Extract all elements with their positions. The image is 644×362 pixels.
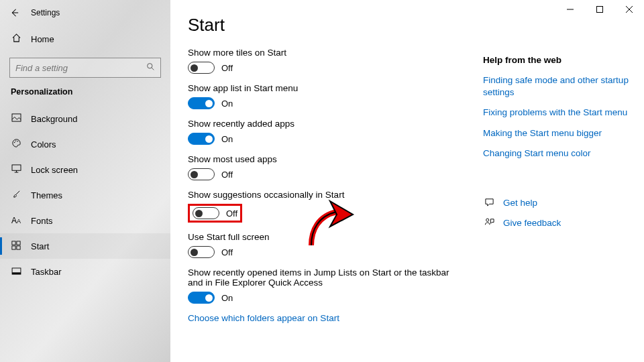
minimize-button[interactable] bbox=[555, 0, 585, 19]
get-help-action[interactable]: Get help bbox=[483, 197, 644, 209]
help-link[interactable]: Making the Start menu bigger bbox=[483, 127, 644, 139]
svg-rect-6 bbox=[12, 241, 15, 244]
help-heading: Help from the web bbox=[483, 55, 644, 65]
svg-rect-1 bbox=[12, 114, 21, 121]
svg-point-4 bbox=[17, 141, 18, 142]
sidebar-section: Personalization bbox=[0, 87, 170, 106]
svg-rect-8 bbox=[12, 245, 15, 249]
help-link[interactable]: Fixing problems with the Start menu bbox=[483, 107, 644, 119]
setting-app-list: Show app list in Start menu On bbox=[188, 83, 483, 109]
toggle-most-used[interactable] bbox=[188, 168, 215, 180]
sidebar-item-themes[interactable]: Themes bbox=[0, 182, 170, 208]
setting-most-used: Show most used apps Off bbox=[188, 154, 483, 180]
setting-more-tiles: Show more tiles on Start Off bbox=[188, 48, 483, 74]
window-controls bbox=[555, 0, 644, 19]
sidebar-item-background[interactable]: Background bbox=[0, 106, 170, 131]
chat-icon bbox=[483, 197, 495, 209]
sidebar-item-fonts[interactable]: AA Fonts bbox=[0, 208, 170, 233]
search-icon bbox=[146, 62, 155, 73]
give-feedback-action[interactable]: Give feedback bbox=[483, 217, 644, 229]
toggle-jump-lists[interactable] bbox=[188, 292, 215, 304]
sidebar-item-taskbar[interactable]: Taskbar bbox=[0, 259, 170, 284]
action-label: Give feedback bbox=[503, 217, 561, 229]
maximize-button[interactable] bbox=[585, 0, 614, 19]
setting-suggestions: Show suggestions occasionally in Start O… bbox=[188, 190, 483, 223]
sidebar-item-label: Lock screen bbox=[31, 165, 78, 175]
sidebar-item-start[interactable]: Start bbox=[0, 233, 170, 259]
search-box[interactable] bbox=[9, 58, 161, 78]
sidebar-item-label: Themes bbox=[31, 190, 62, 200]
setting-recently-added: Show recently added apps On bbox=[188, 119, 483, 145]
home-icon bbox=[11, 33, 21, 45]
palette-icon bbox=[11, 138, 21, 150]
help-rail: Help from the web Finding safe mode and … bbox=[483, 15, 644, 362]
monitor-icon bbox=[11, 164, 21, 175]
toggle-state: On bbox=[221, 293, 233, 303]
help-link[interactable]: Finding safe mode and other startup sett… bbox=[483, 74, 644, 99]
toggle-more-tiles[interactable] bbox=[188, 62, 215, 74]
main: Start Show more tiles on Start Off Show … bbox=[170, 0, 644, 362]
svg-rect-9 bbox=[17, 245, 20, 249]
setting-label: Show recently opened items in Jump Lists… bbox=[188, 267, 456, 288]
svg-point-2 bbox=[13, 142, 15, 143]
sidebar-item-label: Colors bbox=[31, 139, 56, 149]
toggle-state: Off bbox=[221, 63, 233, 73]
sidebar-item-colors[interactable]: Colors bbox=[0, 131, 170, 157]
toggle-state: Off bbox=[221, 170, 233, 180]
svg-rect-7 bbox=[17, 241, 20, 244]
action-label: Get help bbox=[503, 197, 537, 209]
setting-jump-lists: Show recently opened items in Jump Lists… bbox=[188, 267, 483, 304]
window-title: Settings bbox=[31, 8, 60, 17]
setting-label: Show more tiles on Start bbox=[188, 48, 483, 58]
close-button[interactable] bbox=[614, 0, 644, 19]
sidebar-home[interactable]: Home bbox=[0, 28, 170, 50]
sidebar-item-lock-screen[interactable]: Lock screen bbox=[0, 157, 170, 182]
page-heading: Start bbox=[188, 15, 483, 36]
toggle-full-screen[interactable] bbox=[188, 246, 215, 258]
setting-label: Show most used apps bbox=[188, 154, 483, 164]
sidebar-item-label: Taskbar bbox=[31, 267, 62, 277]
toggle-recently-added[interactable] bbox=[188, 133, 215, 145]
toggle-state: Off bbox=[221, 247, 233, 257]
feedback-icon bbox=[483, 217, 495, 229]
svg-point-3 bbox=[15, 140, 16, 141]
setting-full-screen: Use Start full screen Off bbox=[188, 232, 483, 258]
svg-rect-11 bbox=[12, 272, 21, 274]
folders-link[interactable]: Choose which folders appear on Start bbox=[188, 313, 339, 323]
sidebar-item-label: Fonts bbox=[31, 216, 53, 226]
setting-label: Show suggestions occasionally in Start bbox=[188, 190, 483, 200]
search-input[interactable] bbox=[15, 63, 146, 73]
toggle-state: Off bbox=[226, 208, 237, 219]
svg-point-0 bbox=[148, 64, 152, 68]
setting-label: Show recently added apps bbox=[188, 119, 483, 129]
svg-point-13 bbox=[486, 219, 488, 222]
picture-icon bbox=[11, 113, 21, 124]
help-link[interactable]: Changing Start menu color bbox=[483, 147, 644, 160]
toggle-state: On bbox=[221, 134, 233, 144]
setting-label: Use Start full screen bbox=[188, 232, 483, 242]
brush-icon bbox=[11, 189, 21, 201]
sidebar-item-label: Start bbox=[31, 241, 49, 251]
font-icon: AA bbox=[11, 216, 21, 225]
toggle-app-list[interactable] bbox=[188, 97, 215, 109]
taskbar-icon bbox=[11, 266, 21, 277]
sidebar-item-label: Background bbox=[31, 114, 77, 124]
annotation-highlight: Off bbox=[188, 204, 242, 223]
back-button[interactable] bbox=[7, 5, 21, 20]
toggle-suggestions[interactable] bbox=[193, 207, 219, 219]
svg-rect-5 bbox=[12, 165, 21, 170]
start-icon bbox=[11, 241, 21, 252]
sidebar: Settings Home Personalization Background… bbox=[0, 0, 170, 362]
toggle-state: On bbox=[221, 99, 233, 109]
setting-label: Show app list in Start menu bbox=[188, 83, 483, 93]
svg-rect-12 bbox=[597, 7, 603, 13]
sidebar-home-label: Home bbox=[31, 34, 54, 44]
